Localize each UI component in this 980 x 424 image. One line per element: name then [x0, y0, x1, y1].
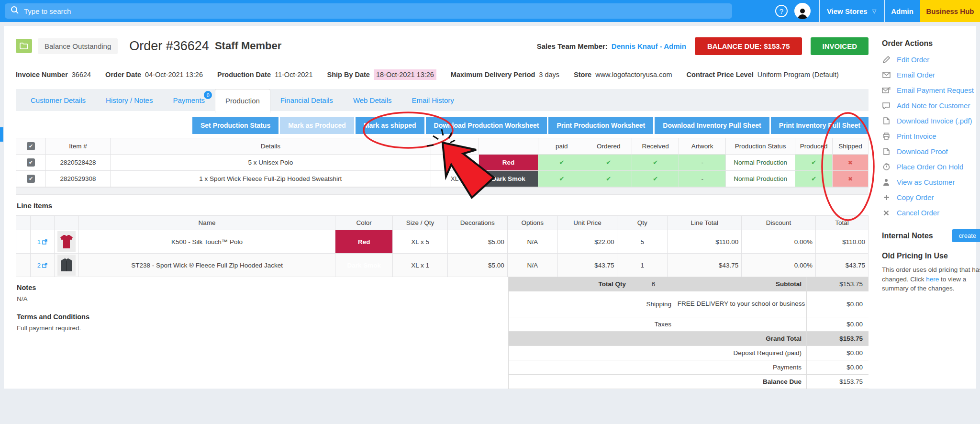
production-row-2: ✔ 2820529308 1 x Sport Wick Fleece Full-… — [16, 171, 869, 187]
total-qty-value: 6 — [631, 280, 676, 288]
tab-history-notes[interactable]: History / Notes — [96, 90, 163, 111]
action-edit-order[interactable]: Edit Order — [882, 56, 980, 64]
file-icon — [882, 148, 891, 155]
business-hub-brand[interactable]: Business Hub — [920, 0, 980, 22]
print-production-worksheet-button[interactable]: Print Production Worksheet — [548, 117, 653, 134]
top-bar: ? View Stores ▽ Admin Business Hub — [0, 0, 980, 22]
artwork-dash: - — [701, 159, 703, 166]
order-header: Balance Outstanding Order #36624 Staff M… — [16, 33, 869, 58]
create-note-button[interactable]: create — [952, 229, 980, 242]
col-received: Received — [632, 138, 679, 155]
col-item: Item # — [45, 138, 110, 155]
printer-icon — [882, 133, 891, 140]
col-name: Name — [78, 216, 335, 230]
col-line-total: Line Total — [668, 216, 742, 230]
shipping-row: Shipping FREE DELIVERY to your school or… — [509, 291, 869, 317]
search-input[interactable] — [24, 7, 726, 15]
section-divider — [16, 187, 869, 195]
search-box[interactable] — [5, 3, 732, 19]
sales-team-label: Sales Team Member: — [537, 42, 608, 50]
internal-notes-title: Internal Notes — [882, 232, 933, 240]
external-link-icon — [42, 239, 47, 245]
view-stores-menu[interactable]: View Stores ▽ — [819, 0, 884, 22]
item-size: XL — [431, 171, 479, 187]
grand-total-value: $153.75 — [806, 332, 869, 346]
old-pricing-here-link[interactable]: here — [926, 276, 939, 283]
x-icon — [882, 210, 891, 216]
col-unit-price: Unit Price — [557, 216, 617, 230]
produced-check-icon: ✔ — [811, 175, 816, 182]
action-view-as-customer[interactable]: View as Customer — [882, 178, 980, 186]
avatar[interactable] — [794, 3, 811, 19]
totals-section: Total Qty 6 Subtotal $153.75 Shipping FR… — [508, 277, 869, 389]
discount: 0.00% — [742, 230, 816, 254]
action-cancel-order[interactable]: Cancel Order — [882, 209, 980, 217]
product-thumbnail-jacket[interactable] — [57, 255, 76, 276]
meta-label: Invoice Number — [16, 71, 68, 78]
action-add-note-for-customer[interactable]: Add Note for Customer — [882, 101, 980, 110]
col-production-status: Production Status — [726, 138, 795, 155]
line-items-title: Line Items — [17, 201, 869, 210]
balance-due-row: Balance Due $153.75 — [509, 375, 869, 389]
select-all-checkbox[interactable]: ✔ — [27, 142, 35, 150]
tab-payments[interactable]: Payments0 — [163, 90, 215, 111]
decorations: $5.00 — [447, 254, 507, 277]
tab-customer-details[interactable]: Customer Details — [21, 90, 96, 111]
line-item-link[interactable]: 1 — [37, 238, 47, 245]
col-discount: Discount — [742, 216, 816, 230]
download-production-worksheet-button[interactable]: Download Production Worksheet — [426, 117, 547, 134]
action-email-order[interactable]: Email Order — [882, 71, 980, 79]
line-item-link[interactable]: 2 — [37, 262, 47, 269]
envelope-icon — [882, 72, 891, 78]
order-actions-sidebar: Order Actions Edit Order Email Order $ E… — [869, 33, 980, 389]
row-checkbox[interactable]: ✔ — [27, 175, 35, 183]
notes-value: N/A — [17, 295, 89, 302]
production-items-table: ✔ Item # Details paid Ordered Received A… — [16, 138, 869, 187]
col-shipped: Shipped — [833, 138, 869, 155]
action-place-order-on-hold[interactable]: Place Order On Hold — [882, 163, 980, 171]
invoiced-button[interactable]: INVOICED — [811, 37, 869, 55]
line-item-row-1: 1 K500 - Silk Touch™ Polo Red XL x 5 $5.… — [16, 230, 869, 254]
subtotal-value: $153.75 — [806, 277, 869, 291]
tab-production[interactable]: Production — [215, 89, 270, 113]
print-inventory-pull-sheet-button[interactable]: Print Inventory Pull Sheet — [771, 117, 869, 134]
action-download-proof[interactable]: Download Proof — [882, 147, 980, 156]
download-inventory-pull-sheet-button[interactable]: Download Inventory Pull Sheet — [655, 117, 769, 134]
tab-email-history[interactable]: Email History — [401, 90, 464, 111]
action-print-invoice[interactable]: Print Invoice — [882, 132, 980, 140]
col-decorations: Decorations — [447, 216, 507, 230]
tab-financial-details[interactable]: Financial Details — [270, 90, 343, 111]
hold-icon — [882, 163, 891, 170]
ordered-check-icon: ✔ — [606, 175, 611, 182]
paid-check-icon: ✔ — [559, 159, 564, 166]
balance-due-button[interactable]: BALANCE DUE: $153.75 — [695, 37, 802, 55]
production-status-value[interactable]: Normal Production — [726, 155, 795, 171]
col-paid: paid — [538, 138, 585, 155]
mark-as-shipped-button[interactable]: Mark as shipped — [356, 117, 424, 134]
row-checkbox[interactable]: ✔ — [27, 158, 35, 167]
mark-as-produced-button[interactable]: Mark as Produced — [280, 117, 354, 134]
production-status-value[interactable]: Normal Production — [726, 171, 795, 187]
action-copy-order[interactable]: Copy Order — [882, 193, 980, 201]
payments-value: $0.00 — [806, 360, 869, 374]
old-pricing-text: This order uses old pricing that has cha… — [882, 265, 980, 293]
action-email-payment-request[interactable]: $ Email Payment Request — [882, 86, 980, 94]
color-chip: Red — [479, 155, 538, 171]
shipping-description: FREE DELIVERY to your school or business — [676, 299, 806, 309]
admin-menu[interactable]: Admin — [884, 0, 920, 22]
folder-icon — [16, 39, 32, 53]
action-download-invoice[interactable]: Download Invoice (.pdf) — [882, 117, 980, 125]
tab-bar: Customer Details History / Notes Payment… — [16, 89, 869, 111]
help-icon[interactable]: ? — [775, 5, 788, 17]
production-button-row: Set Production Status Mark as Produced M… — [16, 117, 869, 134]
old-pricing-title: Old Pricing In Use — [882, 252, 980, 260]
product-thumbnail-polo[interactable] — [57, 231, 76, 252]
order-meta-row: Invoice Number36624 Order Date04-Oct-202… — [16, 71, 869, 78]
sales-team-member-link[interactable]: Dennis Knauf - Admin — [612, 42, 686, 50]
meta-value: 36624 — [72, 71, 91, 78]
meta-label: Ship By Date — [327, 71, 370, 78]
item-details: 1 x Sport Wick Fleece Full-Zip Hooded Sw… — [110, 171, 431, 187]
tab-web-details[interactable]: Web Details — [343, 90, 402, 111]
set-production-status-button[interactable]: Set Production Status — [192, 117, 278, 134]
taxes-label: Taxes — [509, 321, 676, 328]
